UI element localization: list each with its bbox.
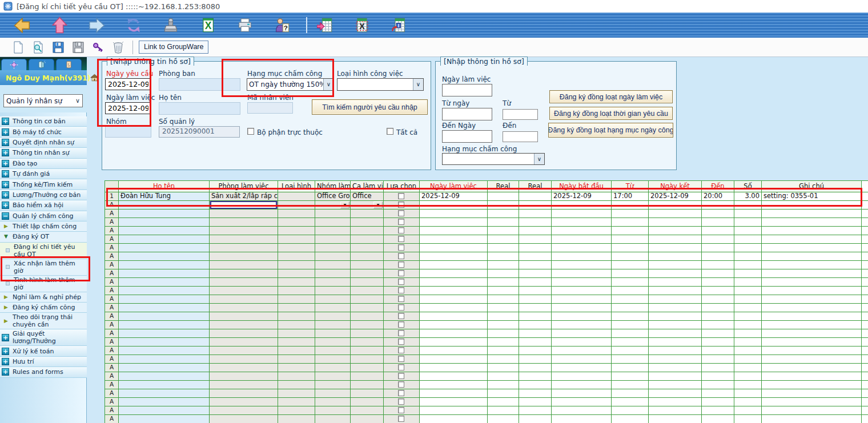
grid-cell[interactable]: [488, 347, 519, 354]
up-arrow-icon[interactable]: [50, 15, 69, 35]
grid-cell[interactable]: [519, 201, 552, 209]
grid-cell[interactable]: [315, 295, 351, 303]
grid-cell[interactable]: [612, 304, 649, 312]
grid-cell[interactable]: [702, 347, 734, 354]
grid-cell[interactable]: [420, 321, 488, 329]
grid-column-header[interactable]: Nhóm làm: [315, 181, 351, 192]
grid-cell[interactable]: [210, 372, 278, 380]
batch-ngay-lam-viec-input[interactable]: [442, 84, 492, 96]
sidebar-item[interactable]: +Đào tạo: [0, 159, 87, 169]
sidebar-item[interactable]: +Bộ máy tổ chức: [0, 127, 87, 137]
grid-cell[interactable]: [612, 347, 649, 354]
grid-cell[interactable]: [210, 227, 278, 235]
grid-cell[interactable]: [278, 192, 315, 200]
grid-cell[interactable]: [488, 304, 519, 312]
grid-cell[interactable]: [420, 312, 488, 320]
grid-cell[interactable]: [702, 415, 734, 423]
grid-cell[interactable]: [351, 355, 384, 363]
grid-cell[interactable]: [734, 329, 762, 337]
grid-cell[interactable]: 17:00: [612, 192, 649, 200]
grid-cell[interactable]: [210, 210, 278, 217]
grid-cell[interactable]: [519, 355, 552, 363]
grid-cell[interactable]: [384, 201, 420, 209]
grid-cell[interactable]: [649, 278, 702, 286]
grid-cell[interactable]: [119, 210, 210, 217]
grid-cell[interactable]: [649, 364, 702, 372]
grid-cell[interactable]: [384, 329, 420, 337]
grid-cell[interactable]: [702, 321, 734, 329]
tu-input[interactable]: [503, 109, 538, 120]
grid-cell[interactable]: [649, 406, 702, 414]
grid-cell[interactable]: [612, 227, 649, 235]
grid-cell[interactable]: [315, 244, 351, 252]
grid-cell[interactable]: [315, 398, 351, 406]
grid-cell[interactable]: [702, 278, 734, 286]
grid-cell[interactable]: [420, 347, 488, 354]
grid-column-header[interactable]: Lựa chọn: [384, 181, 420, 192]
grid-cell[interactable]: [420, 338, 488, 346]
grid-cell[interactable]: [552, 304, 612, 312]
grid-cell[interactable]: [702, 201, 734, 209]
grid-cell[interactable]: [384, 278, 420, 286]
grid-row-marker[interactable]: A: [105, 227, 119, 235]
grid-cell[interactable]: [119, 372, 210, 380]
grid-cell[interactable]: [649, 329, 702, 337]
grid-cell[interactable]: [734, 347, 762, 354]
grid-cell[interactable]: [734, 210, 762, 217]
grid-cell[interactable]: 2025-12-09: [552, 192, 612, 200]
grid-cell[interactable]: [488, 381, 519, 389]
nhom-input[interactable]: [105, 126, 151, 138]
grid-cell[interactable]: [278, 347, 315, 354]
grid-cell[interactable]: [702, 406, 734, 414]
grid-cell[interactable]: [702, 304, 734, 312]
grid-cell[interactable]: [420, 372, 488, 380]
grid-cell[interactable]: [702, 329, 734, 337]
grid-cell[interactable]: [420, 227, 488, 235]
grid-cell[interactable]: [762, 287, 862, 295]
grid-cell[interactable]: [762, 338, 862, 346]
grid-cell[interactable]: [488, 321, 519, 329]
ho-ten-input[interactable]: [159, 102, 240, 115]
grid-cell[interactable]: [734, 389, 762, 397]
grid-cell[interactable]: [552, 372, 612, 380]
grid-cell[interactable]: [519, 338, 552, 346]
grid-cell[interactable]: [420, 218, 488, 226]
grid-cell[interactable]: [649, 321, 702, 329]
grid-cell[interactable]: [762, 218, 862, 226]
sidebar-item[interactable]: +Bảo hiểm xã hội: [0, 200, 87, 211]
cell-dropdown-button[interactable]: ▼: [373, 202, 383, 208]
grid-cell[interactable]: [315, 389, 351, 397]
grid-cell[interactable]: [420, 252, 488, 260]
grid-cell[interactable]: [734, 278, 762, 286]
grid-cell[interactable]: [649, 261, 702, 269]
grid-delete-icon[interactable]: X: [352, 15, 372, 35]
grid-cell[interactable]: [351, 398, 384, 406]
grid-cell[interactable]: [519, 372, 552, 380]
grid-cell[interactable]: [119, 398, 210, 406]
grid-cell[interactable]: [762, 406, 862, 414]
grid-cell[interactable]: [702, 244, 734, 252]
grid-cell[interactable]: [612, 415, 649, 423]
grid-cell[interactable]: [351, 321, 384, 329]
grid-cell[interactable]: [552, 415, 612, 423]
grid-cell[interactable]: [119, 269, 210, 277]
grid-cell[interactable]: [488, 278, 519, 286]
grid-cell[interactable]: [210, 278, 278, 286]
grid-cell[interactable]: [384, 406, 420, 414]
grid-cell[interactable]: [278, 227, 315, 235]
grid-cell[interactable]: [612, 312, 649, 320]
row-select-checkbox[interactable]: [398, 193, 404, 199]
grid-row-marker[interactable]: A: [105, 364, 119, 372]
sidebar-item[interactable]: ▼Đăng ký OT: [0, 232, 87, 242]
grid-row-marker[interactable]: A: [105, 347, 119, 354]
grid-cell[interactable]: [488, 415, 519, 423]
tab-exit[interactable]: [29, 59, 54, 70]
grid-cell[interactable]: [315, 278, 351, 286]
grid-cell[interactable]: [420, 364, 488, 372]
sidebar-item[interactable]: +Giải quyết lương/Thưởng: [0, 329, 87, 346]
grid-cell[interactable]: [278, 415, 315, 423]
grid-cell[interactable]: [384, 287, 420, 295]
grid-cell[interactable]: [649, 287, 702, 295]
grid-cell[interactable]: [702, 227, 734, 235]
grid-row-marker[interactable]: A: [105, 321, 119, 329]
